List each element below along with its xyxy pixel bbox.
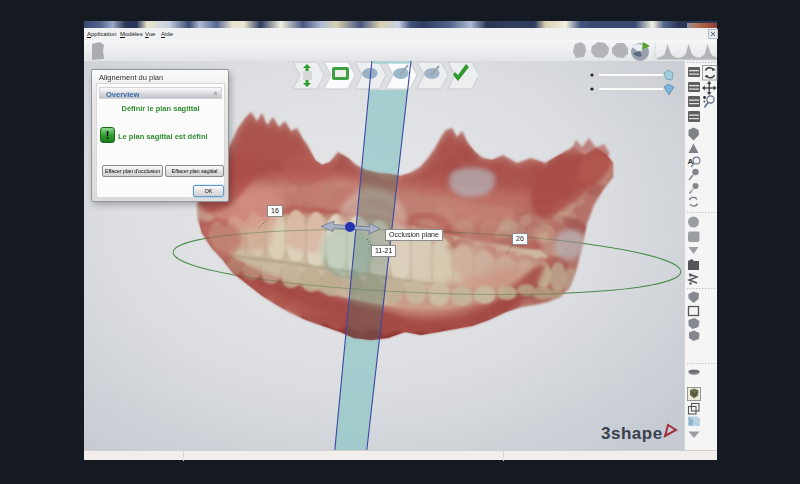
svg-text:1-1: 1-1 xyxy=(691,188,698,193)
